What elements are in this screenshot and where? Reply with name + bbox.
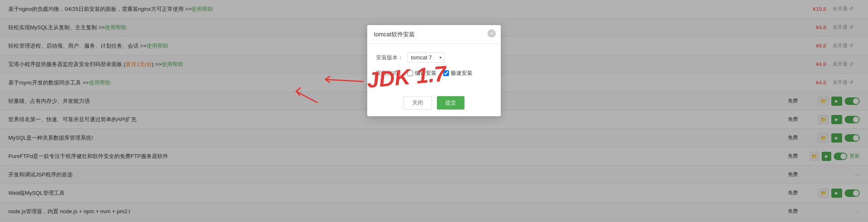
compile-checkbox[interactable] bbox=[407, 70, 413, 76]
submit-button[interactable]: 提交 bbox=[437, 96, 464, 110]
fast-checkbox[interactable] bbox=[443, 70, 449, 76]
compile-label: 编译安装 bbox=[415, 69, 437, 77]
compile-option[interactable]: 编译安装 bbox=[407, 69, 437, 77]
modal-footer: 关闭 提交 bbox=[367, 92, 501, 116]
modal-close-button[interactable]: × bbox=[487, 29, 496, 38]
modal-title: tomcat软件安装 bbox=[374, 31, 415, 38]
page-wrapper: 基于nginx的负载均衡，04/25日前安装的面板，需重装nginx方可正常使用… bbox=[0, 0, 868, 222]
method-options: 编译安装 极速安装 bbox=[407, 69, 472, 77]
modal-body: 安装版本： tomcat 7 tomcat 8 tomcat 9 安装方式： bbox=[367, 44, 501, 92]
modal-header: tomcat软件安装 bbox=[367, 25, 501, 44]
version-select-wrapper: tomcat 7 tomcat 8 tomcat 9 bbox=[407, 52, 445, 63]
version-select[interactable]: tomcat 7 tomcat 8 tomcat 9 bbox=[407, 52, 445, 63]
modal-overlay[interactable]: tomcat软件安装 × 安装版本： tomcat 7 tomcat 8 tom… bbox=[0, 0, 868, 222]
version-label: 安装版本： bbox=[374, 54, 403, 61]
close-button[interactable]: 关闭 bbox=[404, 96, 432, 110]
method-label: 安装方式： bbox=[374, 69, 403, 77]
method-row: 安装方式： 编译安装 极速安装 bbox=[374, 69, 494, 77]
fast-label: 极速安装 bbox=[451, 69, 472, 77]
version-row: 安装版本： tomcat 7 tomcat 8 tomcat 9 bbox=[374, 52, 494, 63]
install-modal: tomcat软件安装 × 安装版本： tomcat 7 tomcat 8 tom… bbox=[367, 25, 501, 116]
fast-option[interactable]: 极速安装 bbox=[443, 69, 472, 77]
